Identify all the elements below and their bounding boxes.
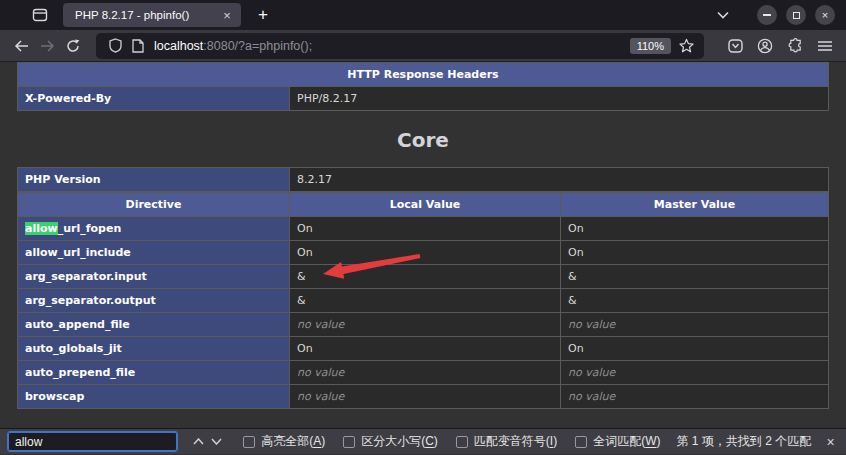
match-diacritics-label: 匹配变音符号(I) (474, 433, 557, 450)
firefox-view-icon[interactable] (30, 5, 50, 25)
value-cell: PHP/8.2.17 (290, 87, 829, 111)
shield-icon[interactable] (109, 38, 122, 53)
whole-words-label: 全词匹配(W) (593, 433, 660, 450)
table-row: allow_url_fopenOnOn (18, 217, 829, 241)
table-row: auto_append_fileno valueno value (18, 313, 829, 337)
back-button[interactable] (8, 33, 34, 59)
directive-cell: auto_prepend_file (18, 361, 290, 385)
zoom-level-badge[interactable]: 110% (630, 38, 671, 54)
find-match-highlight: allow (25, 222, 58, 235)
directive-cell: auto_globals_jit (18, 337, 290, 361)
forward-button[interactable] (34, 33, 60, 59)
bookmark-star-icon[interactable] (679, 38, 694, 53)
find-close-icon[interactable]: × (823, 434, 838, 450)
window-maximize-button[interactable] (786, 5, 806, 25)
table-row: PHP Version8.2.17 (18, 168, 829, 192)
table-row: X-Powered-ByPHP/8.2.17 (18, 87, 829, 111)
list-all-tabs-button[interactable] (711, 3, 735, 27)
new-tab-button[interactable]: + (251, 3, 275, 27)
phpinfo-page: HTTP Response Headers X-Powered-ByPHP/8.… (0, 62, 846, 428)
value-cell: no value (290, 385, 561, 409)
value-cell: On (290, 337, 561, 361)
match-case-label: 区分大小写(C) (361, 433, 438, 450)
table-row: arg_separator.input&& (18, 265, 829, 289)
find-next-button[interactable] (207, 432, 225, 452)
value-cell: On (561, 217, 829, 241)
column-header-local-value: Local Value (290, 193, 561, 217)
url-path: :8080/?a=phpinfo(); (203, 39, 312, 53)
menu-icon[interactable] (812, 33, 838, 59)
value-cell: & (290, 265, 561, 289)
page-title: Core (0, 128, 846, 152)
highlight-all-checkbox[interactable] (243, 436, 255, 448)
browser-tab[interactable]: PHP 8.2.17 - phpinfo() × (63, 3, 241, 27)
value-cell: no value (290, 361, 561, 385)
window-close-button[interactable]: × (815, 5, 835, 25)
find-input[interactable] (8, 432, 177, 451)
url-bar[interactable]: localhost:8080/?a=phpinfo(); 110% (96, 33, 704, 59)
highlight-all-label: 高亮全部(A) (261, 433, 325, 450)
php-version-table: PHP Version8.2.17 (17, 167, 829, 192)
whole-words-option[interactable]: 全词匹配(W) (575, 433, 660, 450)
value-cell: no value (290, 313, 561, 337)
table-section-title: HTTP Response Headers (18, 63, 829, 87)
table-row: auto_prepend_fileno valueno value (18, 361, 829, 385)
directive-cell: auto_append_file (18, 313, 290, 337)
value-cell: no value (561, 385, 829, 409)
account-icon[interactable] (752, 33, 778, 59)
reload-button[interactable] (60, 33, 86, 59)
url-text[interactable]: localhost:8080/?a=phpinfo(); (154, 39, 630, 53)
table-row: allow_url_includeOnOn (18, 241, 829, 265)
tab-title: PHP 8.2.17 - phpinfo() (75, 9, 219, 21)
match-case-checkbox[interactable] (343, 436, 355, 448)
value-cell: On (290, 241, 561, 265)
value-cell: & (561, 289, 829, 313)
value-cell: On (561, 337, 829, 361)
maximize-icon (793, 12, 800, 19)
value-cell: 8.2.17 (290, 168, 829, 192)
directive-cell: PHP Version (18, 168, 290, 192)
url-host: localhost (154, 39, 203, 53)
table-row: auto_globals_jitOnOn (18, 337, 829, 361)
find-bar: 高亮全部(A) 区分大小写(C) 匹配变音符号(I) 全词匹配(W) 第 1 项… (0, 428, 846, 454)
page-info-icon[interactable] (132, 39, 144, 53)
directive-cell: allow_url_include (18, 241, 290, 265)
value-cell: On (561, 241, 829, 265)
extensions-icon[interactable] (782, 33, 808, 59)
window-minimize-button[interactable] (757, 5, 777, 25)
value-cell: & (561, 265, 829, 289)
column-header-directive: Directive (18, 193, 290, 217)
find-previous-button[interactable] (189, 432, 207, 452)
value-cell: no value (561, 361, 829, 385)
find-match-status: 第 1 项，共找到 2 个匹配 (677, 433, 812, 450)
match-diacritics-option[interactable]: 匹配变音符号(I) (456, 433, 557, 450)
value-cell: & (290, 289, 561, 313)
pocket-icon[interactable] (722, 33, 748, 59)
value-cell: On (290, 217, 561, 241)
table-row: arg_separator.output&& (18, 289, 829, 313)
table-row: browscapno valueno value (18, 385, 829, 409)
browser-titlebar: PHP 8.2.17 - phpinfo() × + × (0, 0, 846, 30)
directives-table: Directive Local Value Master Value allow… (17, 192, 829, 409)
directive-cell: arg_separator.input (18, 265, 290, 289)
match-diacritics-checkbox[interactable] (456, 436, 468, 448)
highlight-all-option[interactable]: 高亮全部(A) (243, 433, 325, 450)
directive-cell: browscap (18, 385, 290, 409)
directive-cell: arg_separator.output (18, 289, 290, 313)
value-cell: no value (561, 313, 829, 337)
browser-navbar: localhost:8080/?a=phpinfo(); 110% (0, 30, 846, 62)
directive-cell: allow_url_fopen (18, 217, 290, 241)
minimize-icon (763, 14, 771, 16)
tab-close-icon[interactable]: × (219, 7, 235, 23)
column-header-master-value: Master Value (561, 193, 829, 217)
navbar-right-icons (718, 33, 838, 59)
whole-words-checkbox[interactable] (575, 436, 587, 448)
directive-cell: X-Powered-By (18, 87, 290, 111)
match-case-option[interactable]: 区分大小写(C) (343, 433, 438, 450)
http-response-headers-table: HTTP Response Headers X-Powered-ByPHP/8.… (17, 62, 829, 111)
